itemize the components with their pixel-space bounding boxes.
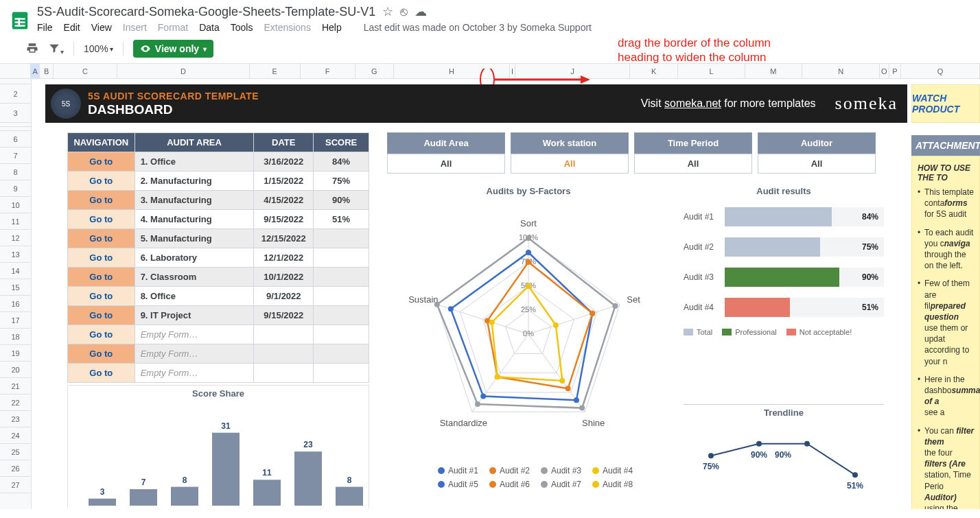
table-header: NAVIGATION — [68, 133, 135, 152]
row-header[interactable]: 13 — [0, 246, 31, 263]
row-header[interactable]: 11 — [0, 213, 31, 230]
col-header-A[interactable]: A — [31, 64, 40, 78]
menu-view[interactable]: View — [91, 22, 112, 33]
filename[interactable]: 5S-Audit-Scorecard-Someka-Google-Sheets-… — [37, 5, 375, 19]
trendline-chart: Trendline 75%90%51%90% — [684, 404, 884, 493]
svg-text:Sort: Sort — [520, 218, 537, 228]
col-header-N[interactable]: N — [802, 64, 880, 78]
row-header[interactable]: 26 — [0, 460, 31, 477]
goto-link[interactable]: Go to — [68, 325, 135, 344]
row-header[interactable]: 10 — [0, 197, 31, 213]
dashboard-banner: 5S 5S AUDIT SCORECARD TEMPLATE DASHBOARD… — [45, 84, 907, 123]
row-header[interactable]: 14 — [0, 263, 31, 279]
col-header-rownum[interactable] — [0, 64, 31, 78]
goto-link[interactable]: Go to — [68, 364, 135, 383]
table-header: DATE — [254, 133, 314, 152]
col-header-G[interactable]: G — [355, 64, 394, 78]
goto-link[interactable]: Go to — [68, 172, 135, 191]
audit-area-cell: Empty Form… — [135, 325, 254, 344]
menu-tools[interactable]: Tools — [231, 22, 253, 33]
col-header-C[interactable]: C — [54, 64, 117, 78]
row-header[interactable]: 17 — [0, 312, 31, 329]
row-header[interactable]: 23 — [0, 411, 31, 427]
row-header[interactable]: 19 — [0, 345, 31, 362]
row-header[interactable]: 27 — [0, 477, 31, 493]
svg-rect-59 — [89, 499, 116, 506]
col-header-O[interactable]: O — [880, 64, 889, 78]
watch-product-button[interactable]: WATCH PRODUCT — [911, 84, 980, 123]
cloud-icon[interactable]: ☁ — [415, 4, 427, 19]
spreadsheet-canvas[interactable]: 5S 5S AUDIT SCORECARD TEMPLATE DASHBOARD… — [32, 79, 980, 509]
goto-link[interactable]: Go to — [68, 268, 135, 287]
row-header[interactable]: 25 — [0, 444, 31, 460]
row-header[interactable]: 24 — [0, 427, 31, 444]
zoom-selector[interactable]: 100% ▾ — [84, 43, 113, 54]
score-cell — [314, 325, 369, 344]
col-header-E[interactable]: E — [250, 64, 301, 78]
banner-cta[interactable]: Visit someka.net for more templates — [641, 97, 816, 110]
filter-value[interactable]: All — [758, 154, 876, 174]
goto-link[interactable]: Go to — [68, 210, 135, 229]
goto-link[interactable]: Go to — [68, 287, 135, 306]
row-header[interactable]: 21 — [0, 378, 31, 395]
row-header[interactable]: 9 — [0, 180, 31, 197]
row-header[interactable]: 22 — [0, 395, 31, 411]
row-header[interactable]: 8 — [0, 164, 31, 180]
row-header[interactable]: 20 — [0, 362, 31, 378]
col-header-M[interactable]: M — [745, 64, 803, 78]
row-header[interactable]: 15 — [0, 279, 31, 296]
audit-area-cell: Empty Form… — [135, 364, 254, 383]
bar-row: Audit #184% — [684, 207, 884, 226]
legend-item: Not acceptable! — [786, 328, 852, 336]
menu-data[interactable]: Data — [199, 22, 220, 33]
help-bullet: To each audit you cnavigathrough the on … — [918, 227, 977, 272]
view-only-button[interactable]: View only ▾ — [133, 40, 213, 58]
goto-link[interactable]: Go to — [68, 248, 135, 268]
menu-help[interactable]: Help — [322, 22, 342, 33]
attachments-header: ATTACHMENTS — [911, 135, 980, 156]
row-header[interactable]: 3 — [0, 104, 31, 123]
last-edit-text[interactable]: Last edit was made on October 3 by Somek… — [364, 22, 592, 33]
toolbar: ▾ 100% ▾ View only ▾ — [0, 37, 980, 64]
col-header-D[interactable]: D — [117, 64, 250, 78]
score-cell — [314, 229, 369, 248]
chart-title: Audits by S-Factors — [387, 186, 670, 196]
goto-link[interactable]: Go to — [68, 344, 135, 364]
goto-link[interactable]: Go to — [68, 306, 135, 325]
row-header[interactable]: 16 — [0, 296, 31, 312]
svg-rect-67 — [253, 480, 281, 506]
filter-value[interactable]: All — [511, 154, 629, 174]
filter-icon[interactable]: ▾ — [48, 42, 64, 56]
col-header-Q[interactable]: Q — [901, 64, 980, 78]
sheets-logo[interactable] — [7, 8, 33, 34]
star-icon[interactable]: ☆ — [382, 4, 393, 19]
row-header[interactable]: 18 — [0, 329, 31, 345]
menu-format: Format — [158, 22, 188, 33]
row-header[interactable]: 7 — [0, 148, 31, 164]
col-header-L[interactable]: L — [678, 64, 745, 78]
svg-point-32 — [448, 306, 454, 311]
row-header[interactable]: 6 — [0, 131, 31, 148]
goto-link[interactable]: Go to — [68, 191, 135, 210]
col-header-B[interactable]: B — [40, 64, 53, 78]
col-header-K[interactable]: K — [630, 64, 678, 78]
row-header[interactable]: 12 — [0, 230, 31, 246]
date-cell: 3/16/2022 — [254, 152, 314, 172]
filter-value[interactable]: All — [634, 154, 752, 174]
print-icon[interactable] — [26, 42, 38, 56]
goto-link[interactable]: Go to — [68, 152, 135, 172]
menu-file[interactable]: File — [37, 22, 53, 33]
menu-edit[interactable]: Edit — [64, 22, 80, 33]
row-header[interactable]: 2 — [0, 84, 31, 104]
row-header[interactable] — [0, 79, 31, 84]
goto-link[interactable]: Go to — [68, 229, 135, 248]
legend-item: Audit #8 — [592, 480, 633, 489]
col-header-P[interactable]: P — [889, 64, 902, 78]
svg-point-56 — [852, 472, 858, 478]
audit-area-cell: 8. Office — [135, 287, 254, 306]
col-header-F[interactable]: F — [301, 64, 355, 78]
svg-text:8: 8 — [347, 475, 352, 485]
filter-value[interactable]: All — [387, 154, 505, 174]
svg-rect-63 — [171, 487, 198, 506]
move-icon[interactable]: ⎋ — [400, 5, 408, 19]
